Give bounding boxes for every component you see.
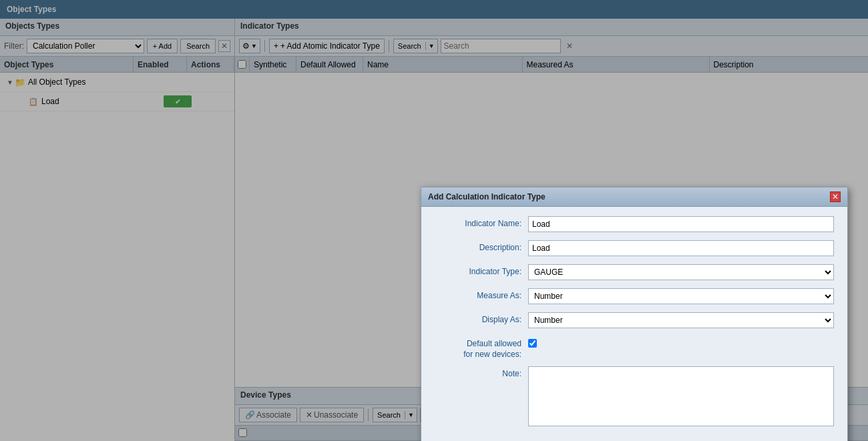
modal-close-button[interactable]: ✕ (830, 191, 841, 202)
indicator-type-select[interactable]: GAUGE COUNTER DERIVE (528, 264, 834, 280)
default-allowed-row: Default allowedfor new devices: (435, 336, 834, 360)
add-calculation-indicator-modal: Add Calculation Indicator Type ✕ Indicat… (421, 187, 848, 441)
description-label: Description: (435, 240, 528, 252)
measure-as-row: Measure As: Number String Boolean (435, 288, 834, 306)
modal-header: Add Calculation Indicator Type ✕ (421, 187, 847, 207)
indicator-name-label: Indicator Name: (435, 216, 528, 228)
indicator-name-field[interactable] (528, 216, 834, 232)
close-icon: ✕ (832, 192, 839, 201)
note-label: Note: (435, 366, 528, 378)
note-row: Note: (435, 366, 834, 426)
modal-title: Add Calculation Indicator Type (428, 192, 546, 201)
description-row: Description: (435, 240, 834, 258)
indicator-type-row: Indicator Type: GAUGE COUNTER DERIVE (435, 264, 834, 282)
display-as-select[interactable]: Number String Boolean (528, 312, 834, 328)
modal-overlay: Add Calculation Indicator Type ✕ Indicat… (0, 0, 868, 441)
modal-body: Indicator Name: Description: Indicator T… (421, 207, 847, 441)
description-field[interactable] (528, 240, 834, 256)
measure-as-label: Measure As: (435, 288, 528, 300)
default-allowed-label: Default allowedfor new devices: (435, 336, 528, 360)
measure-as-select[interactable]: Number String Boolean (528, 288, 834, 304)
default-allowed-checkbox[interactable] (528, 339, 537, 348)
indicator-name-row: Indicator Name: (435, 216, 834, 234)
display-as-row: Display As: Number String Boolean (435, 312, 834, 330)
display-as-label: Display As: (435, 312, 528, 324)
indicator-type-label: Indicator Type: (435, 264, 528, 276)
note-field[interactable] (528, 366, 834, 426)
